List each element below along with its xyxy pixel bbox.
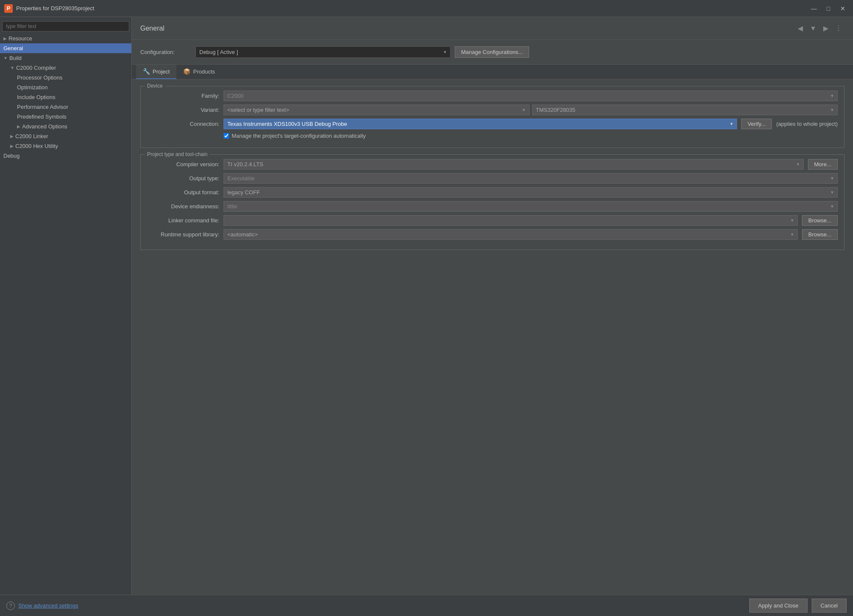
compiler-version-row: Compiler version: TI v20.2.4.LTS More...	[147, 159, 838, 170]
bottom-buttons: Apply and Close Cancel	[749, 599, 847, 613]
app-icon: P	[4, 4, 13, 13]
project-tab-icon: 🔧	[143, 68, 150, 75]
nav-menu-button[interactable]: ⋮	[833, 23, 844, 33]
header-nav: ◀ ▼ ▶ ⋮	[795, 23, 844, 33]
sidebar-item-include-options[interactable]: Include Options	[0, 92, 131, 102]
variant-filter-select[interactable]: <select or type filter text>	[224, 105, 530, 115]
sidebar-item-c2000-linker[interactable]: ▶ C2000 Linker	[0, 131, 131, 141]
compiler-version-select[interactable]: TI v20.2.4.LTS	[224, 159, 804, 170]
browse2-button[interactable]: Browse...	[802, 229, 838, 240]
nav-dropdown-button[interactable]: ▼	[807, 23, 819, 33]
family-row: Family: ▼	[147, 91, 838, 101]
runtime-lib-select[interactable]: <automatic>	[224, 229, 798, 240]
family-label: Family:	[147, 93, 219, 99]
cancel-button[interactable]: Cancel	[812, 599, 847, 613]
connection-select-wrap: Texas Instruments XDS100v3 USB Debug Pro…	[224, 119, 737, 129]
family-input	[224, 91, 838, 101]
content-area: General ◀ ▼ ▶ ⋮ Configuration: Debug [ A…	[132, 17, 853, 595]
arrow-icon-linker: ▶	[10, 134, 14, 139]
variant-label: Variant:	[147, 107, 219, 113]
output-type-select-wrap: Executable	[224, 173, 838, 184]
sidebar-item-build[interactable]: ▼ Build	[0, 53, 131, 63]
arrow-icon-build: ▼	[3, 56, 8, 60]
arrow-icon-hex: ▶	[10, 144, 14, 148]
sidebar-item-resource[interactable]: ▶ Resource	[0, 34, 131, 43]
variant-value-select[interactable]: TMS320F28035	[532, 105, 838, 115]
restore-button[interactable]: □	[822, 3, 834, 14]
arrow-icon: ▶	[3, 36, 7, 41]
variant-wrap: <select or type filter text> TMS320F2803…	[224, 105, 838, 115]
config-select-wrapper: Debug [ Active ]	[196, 46, 451, 58]
device-endianness-select-wrap: little	[224, 201, 838, 212]
sidebar-item-c2000-hex-utility[interactable]: ▶ C2000 Hex Utility	[0, 141, 131, 151]
config-label: Configuration:	[140, 49, 191, 55]
runtime-lib-row: Runtime support library: <automatic> Bro…	[147, 229, 838, 240]
verify-button[interactable]: Verify...	[741, 119, 772, 129]
connection-select[interactable]: Texas Instruments XDS100v3 USB Debug Pro…	[224, 119, 737, 129]
nav-forward-button[interactable]: ▶	[821, 23, 831, 33]
title-bar: P Properties for DSP28035project — □ ✕	[0, 0, 853, 17]
output-format-select-wrap: legacy COFF	[224, 187, 838, 198]
minimize-button[interactable]: —	[808, 3, 820, 14]
sidebar-item-performance-advisor[interactable]: Performance Advisor	[0, 102, 131, 112]
sidebar-item-general[interactable]: General	[0, 43, 131, 53]
connection-row: Connection: Texas Instruments XDS100v3 U…	[147, 119, 838, 129]
arrow-icon-c2000: ▼	[10, 65, 14, 70]
device-endianness-label: Device endianness:	[147, 203, 219, 210]
project-type-section: Project type and tool-chain Compiler ver…	[140, 154, 844, 250]
project-type-legend: Project type and tool-chain	[145, 151, 210, 157]
linker-cmd-row: Linker command file: Browse...	[147, 215, 838, 226]
output-type-label: Output type:	[147, 175, 219, 182]
output-format-row: Output format: legacy COFF	[147, 187, 838, 198]
bottom-bar: ? Show advanced settings Apply and Close…	[0, 595, 853, 616]
apply-and-close-button[interactable]: Apply and Close	[749, 599, 808, 613]
nav-back-button[interactable]: ◀	[795, 23, 805, 33]
variant-row: Variant: <select or type filter text> TM…	[147, 105, 838, 115]
config-row: Configuration: Debug [ Active ] Manage C…	[132, 40, 853, 65]
content-header: General ◀ ▼ ▶ ⋮	[132, 17, 853, 40]
tab-products[interactable]: 📦 Products	[176, 65, 221, 79]
show-advanced-link[interactable]: Show advanced settings	[18, 602, 78, 609]
show-advanced-section: ? Show advanced settings	[6, 602, 78, 610]
products-tab-icon: 📦	[183, 68, 190, 75]
help-icon[interactable]: ?	[6, 602, 15, 610]
sidebar-item-predefined-symbols[interactable]: Predefined Symbols	[0, 112, 131, 122]
compiler-version-select-wrap: TI v20.2.4.LTS	[224, 159, 804, 170]
manage-config-checkbox[interactable]	[224, 133, 229, 139]
window-controls: — □ ✕	[808, 3, 849, 14]
runtime-lib-select-wrap: <automatic>	[224, 229, 798, 240]
sidebar-item-c2000-compiler[interactable]: ▼ C2000 Compiler	[0, 63, 131, 73]
content-title: General	[140, 25, 164, 32]
window-title: Properties for DSP28035project	[16, 5, 849, 11]
filter-input[interactable]	[2, 21, 129, 31]
variant-right: TMS320F28035	[532, 105, 838, 115]
main-container: ▶ Resource General ▼ Build ▼ C2000 Compi…	[0, 17, 853, 595]
variant-left: <select or type filter text>	[224, 105, 530, 115]
sidebar-item-debug[interactable]: Debug	[0, 151, 131, 161]
sidebar-item-processor-options[interactable]: Processor Options	[0, 73, 131, 82]
applies-to-text: (applies to whole project)	[776, 121, 838, 127]
family-input-wrap: ▼	[224, 91, 838, 101]
device-endianness-row: Device endianness: little	[147, 201, 838, 212]
manage-configurations-button[interactable]: Manage Configurations...	[455, 46, 529, 58]
output-type-select[interactable]: Executable	[224, 173, 838, 184]
device-legend: Device	[145, 83, 165, 89]
linker-cmd-label: Linker command file:	[147, 217, 219, 224]
sidebar: ▶ Resource General ▼ Build ▼ C2000 Compi…	[0, 17, 132, 595]
config-select[interactable]: Debug [ Active ]	[196, 46, 451, 58]
connection-label: Connection:	[147, 121, 219, 127]
sidebar-item-advanced-options[interactable]: ▶ Advanced Options	[0, 122, 131, 131]
output-format-label: Output format:	[147, 189, 219, 196]
manage-config-label[interactable]: Manage the project's target-configuratio…	[232, 133, 366, 139]
manage-config-row: Manage the project's target-configuratio…	[224, 133, 838, 139]
device-endianness-select[interactable]: little	[224, 201, 838, 212]
tab-content: Device Family: ▼ Variant: <sele	[132, 79, 853, 263]
linker-cmd-select-wrap	[224, 215, 798, 226]
linker-cmd-select[interactable]	[224, 215, 798, 226]
tab-project[interactable]: 🔧 Project	[136, 65, 176, 79]
browse1-button[interactable]: Browse...	[802, 215, 838, 226]
output-format-select[interactable]: legacy COFF	[224, 187, 838, 198]
more-button[interactable]: More...	[808, 159, 838, 170]
close-button[interactable]: ✕	[837, 3, 849, 14]
sidebar-item-optimization[interactable]: Optimization	[0, 82, 131, 92]
